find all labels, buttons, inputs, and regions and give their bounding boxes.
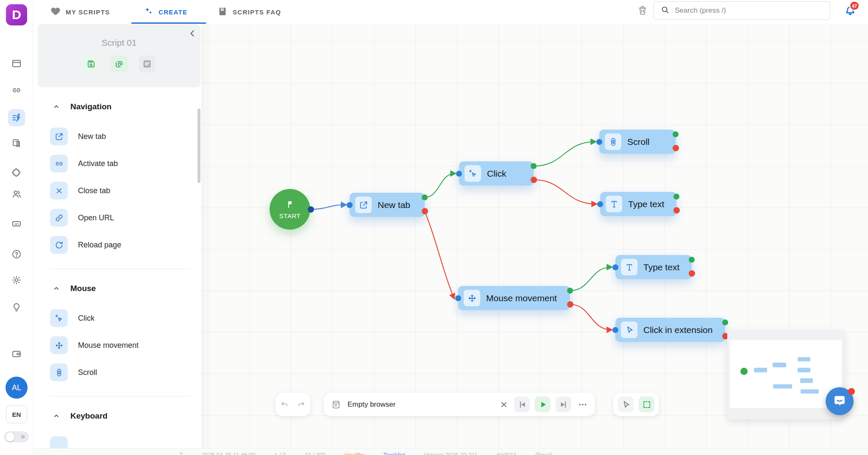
step-forward-button[interactable] — [556, 397, 571, 412]
node-click-ext[interactable]: Click in extension — [615, 318, 725, 342]
new-tab-icon — [355, 197, 372, 213]
rail-item-proxy-link[interactable] — [8, 82, 25, 99]
node-scroll[interactable]: Scroll — [599, 130, 676, 154]
panel-item-close-tab[interactable]: Close tab — [33, 177, 201, 204]
run-button[interactable] — [535, 397, 551, 412]
click-icon — [465, 165, 481, 182]
rail-item-settings[interactable] — [8, 272, 25, 289]
history-toolbar — [275, 393, 310, 416]
panel-item-reload-page[interactable]: Reload page — [33, 231, 201, 258]
tab-create[interactable]: CREATE — [143, 0, 187, 24]
user-avatar[interactable]: AL — [6, 377, 28, 399]
output-port-error[interactable] — [673, 207, 680, 214]
status-segment: 1 / 0 — [274, 452, 286, 455]
status-segment: Version 2026.70.211 — [424, 452, 478, 455]
chevron-up-icon — [52, 411, 61, 421]
script-title: Script 01 — [38, 38, 200, 48]
language-button[interactable]: EN — [6, 405, 27, 423]
status-segment: 10 / 300 — [304, 452, 326, 455]
rail-item-browser-windows[interactable] — [8, 55, 25, 72]
minimap-viewport — [730, 340, 842, 408]
sparkles-icon — [143, 6, 154, 18]
section-header-mouse[interactable]: Mouse — [33, 281, 201, 296]
panel-item-click[interactable]: Click — [33, 305, 201, 332]
output-port-error[interactable] — [567, 301, 573, 308]
output-port-success[interactable] — [422, 194, 428, 200]
output-port-error[interactable] — [531, 177, 537, 183]
panel-item-mouse-move[interactable]: Mouse movement — [33, 332, 201, 359]
notifications-button[interactable]: 47 — [843, 3, 858, 18]
rail-item-ideas[interactable] — [8, 299, 25, 316]
node-start[interactable]: START — [270, 189, 310, 230]
step-back-button[interactable] — [514, 397, 530, 412]
status-bar: T2026.04.28 11:46:001 / 010 / 300Healthy… — [33, 448, 868, 455]
undo-button[interactable] — [279, 399, 290, 410]
more-options-button[interactable] — [577, 399, 588, 410]
input-port[interactable] — [347, 202, 353, 208]
node-click[interactable]: Click — [459, 161, 534, 186]
theme-toggle[interactable] — [4, 431, 29, 442]
section-header-keyboard[interactable]: Keyboard — [33, 408, 201, 424]
rail-item-help[interactable] — [8, 246, 25, 263]
section-header-navigation[interactable]: Navigation — [33, 99, 201, 114]
input-port[interactable] — [597, 201, 603, 207]
node-type-text-2[interactable]: Type text — [615, 255, 692, 279]
status-segment: 2026.04.28 11:46:00 — [202, 452, 256, 455]
node-type-text[interactable]: Type text — [600, 192, 676, 216]
output-port-success[interactable] — [531, 163, 537, 169]
item-label: Activate tab — [78, 159, 118, 168]
output-port-error[interactable] — [689, 270, 695, 277]
tab-my-scripts[interactable]: MY SCRIPTS — [50, 0, 110, 24]
app-logo[interactable]: D — [6, 4, 27, 25]
input-port[interactable] — [612, 327, 618, 333]
rail-item-api[interactable]: API — [8, 215, 25, 232]
node-new-tab[interactable]: New tab — [350, 193, 425, 217]
input-port[interactable] — [596, 139, 602, 145]
rail-item-automation[interactable] — [8, 109, 25, 126]
input-port[interactable] — [612, 264, 618, 270]
panel-scrollbar[interactable] — [198, 108, 200, 183]
rail-item-team[interactable] — [8, 186, 25, 203]
output-port-success[interactable] — [722, 319, 728, 325]
marquee-select-button[interactable] — [639, 397, 654, 412]
tab-scripts-faq[interactable]: SCRIPTS FAQ — [217, 0, 281, 24]
panel-item-scroll[interactable]: Scroll — [33, 359, 201, 386]
minimap-node — [773, 363, 786, 367]
start-output-port[interactable] — [308, 206, 314, 213]
output-port-success[interactable] — [567, 288, 573, 294]
output-port-error[interactable] — [673, 145, 679, 151]
item-label: Reload page — [78, 241, 121, 250]
redo-button[interactable] — [295, 399, 306, 410]
output-port-success[interactable] — [689, 257, 695, 263]
import-script-button[interactable] — [111, 55, 128, 72]
collapse-panel-button[interactable] — [187, 28, 198, 39]
notes-button[interactable] — [139, 55, 156, 72]
panel-item-new-tab[interactable]: New tab — [33, 123, 201, 150]
notification-badge: 47 — [849, 1, 860, 11]
panel-item-activate-tab[interactable]: Activate tab — [33, 150, 201, 177]
input-port[interactable] — [455, 295, 461, 301]
cursor-mode-button[interactable] — [618, 397, 634, 412]
delete-button[interactable] — [637, 5, 648, 17]
input-port[interactable] — [456, 171, 462, 177]
save-script-button[interactable] — [83, 55, 100, 72]
output-port-success[interactable] — [673, 131, 679, 137]
clear-browser-button[interactable] — [499, 399, 509, 410]
minimap-node — [800, 378, 813, 383]
item-label: Scroll — [78, 368, 97, 377]
topbar: MY SCRIPTS CREATE SCRIPTS FAQ 47 — [33, 0, 868, 24]
output-port-success[interactable] — [673, 194, 679, 200]
scroll-icon — [605, 133, 621, 150]
output-port-error[interactable] — [422, 208, 428, 214]
search-box[interactable] — [653, 1, 830, 20]
status-segment: @mail — [535, 452, 552, 455]
browser-select[interactable]: Empty browser — [348, 400, 395, 409]
node-mouse-move[interactable]: Mouse movement — [458, 286, 570, 310]
type-text-icon — [606, 196, 622, 212]
search-input[interactable] — [675, 6, 806, 15]
rail-item-wallet[interactable] — [8, 345, 25, 362]
start-label: START — [279, 212, 300, 219]
rail-item-pages[interactable] — [8, 135, 25, 152]
rail-item-extensions[interactable] — [8, 164, 25, 181]
panel-item-open-url[interactable]: Open URL — [33, 204, 201, 231]
